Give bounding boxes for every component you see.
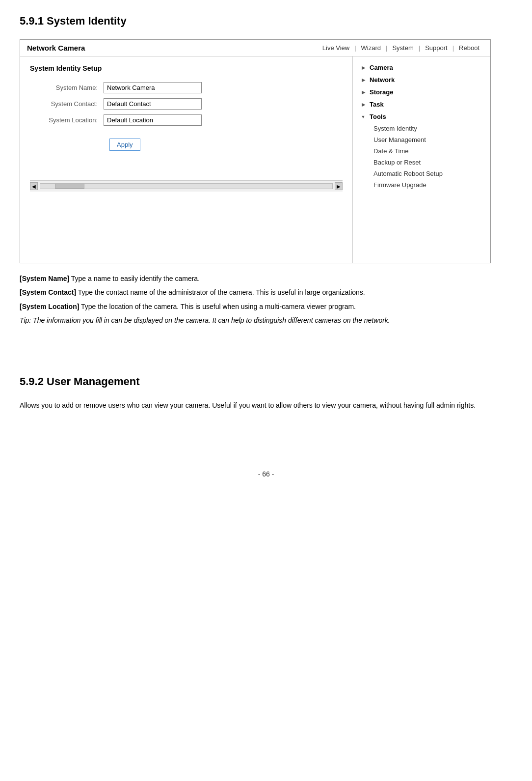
menu-item-tools[interactable]: Tools: [360, 111, 483, 123]
section2-description: Allows you to add or remove users who ca…: [20, 400, 512, 412]
nav-system[interactable]: System: [388, 44, 417, 52]
submenu-date-time[interactable]: Date & Time: [370, 145, 483, 157]
scroll-left-arrow[interactable]: ◀: [30, 182, 38, 190]
input-system-contact[interactable]: [104, 98, 202, 110]
menu-item-camera[interactable]: Camera: [360, 61, 483, 74]
label-system-location: System Location:: [30, 116, 104, 124]
section2: 5.9.2 User Management Allows you to add …: [20, 375, 512, 412]
section1-title: 5.9.1 System Identity: [20, 15, 512, 28]
ui-left-panel: System Identity Setup System Name: Syste…: [20, 56, 353, 263]
form-row-name: System Name:: [30, 82, 343, 93]
menu-item-storage[interactable]: Storage: [360, 86, 483, 98]
submenu-user-management[interactable]: User Management: [370, 134, 483, 145]
submenu-backup-reset[interactable]: Backup or Reset: [370, 157, 483, 168]
ui-right-panel: Camera Network Storage Task Tools: [353, 56, 490, 263]
tools-submenu: System Identity User Management Date & T…: [360, 123, 483, 191]
desc-system-location: [System Location] Type the location of t…: [20, 301, 512, 312]
desc-tip: Tip: The information you fill in can be …: [20, 315, 512, 326]
label-system-name: System Name:: [30, 84, 104, 91]
menu-label-storage: Storage: [370, 88, 393, 96]
nav-liveview[interactable]: Live View: [319, 44, 353, 52]
scroll-right-arrow[interactable]: ▶: [335, 182, 343, 190]
desc-system-contact: [System Contact] Type the contact name o…: [20, 287, 512, 298]
label-system-contact: System Contact:: [30, 100, 104, 108]
menu-item-network[interactable]: Network: [360, 74, 483, 86]
scrollbar-track[interactable]: [40, 183, 333, 189]
ui-nav: Live View | Wizard | System | Support | …: [319, 44, 483, 52]
submenu-firmware-upgrade[interactable]: Firmware Upgrade: [370, 179, 483, 191]
arrow-camera-icon: [360, 64, 367, 71]
form-heading: System Identity Setup: [30, 64, 343, 72]
form-row-location: System Location:: [30, 114, 343, 126]
page-number: - 66 -: [20, 470, 512, 478]
scrollbar-area: ◀ ▶: [30, 180, 343, 192]
menu-label-camera: Camera: [370, 64, 393, 71]
input-system-location[interactable]: [104, 114, 202, 126]
nav-support[interactable]: Support: [421, 44, 452, 52]
menu-label-tools: Tools: [370, 113, 386, 120]
arrow-storage-icon: [360, 89, 367, 96]
desc-system-name: [System Name] Type a name to easily iden…: [20, 273, 512, 284]
nav-wizard[interactable]: Wizard: [357, 44, 385, 52]
input-system-name[interactable]: [104, 82, 202, 93]
submenu-system-identity[interactable]: System Identity: [370, 123, 483, 134]
section2-title: 5.9.2 User Management: [20, 375, 512, 388]
arrow-network-icon: [360, 77, 367, 84]
ui-topbar: Network Camera Live View | Wizard | Syst…: [20, 40, 490, 56]
ui-brand: Network Camera: [27, 44, 85, 52]
nav-reboot[interactable]: Reboot: [455, 44, 483, 52]
menu-label-task: Task: [370, 101, 384, 108]
arrow-task-icon: [360, 101, 367, 108]
form-row-contact: System Contact:: [30, 98, 343, 110]
menu-label-network: Network: [370, 76, 395, 84]
apply-button[interactable]: Apply: [109, 139, 140, 151]
menu-item-task[interactable]: Task: [360, 98, 483, 111]
submenu-auto-reboot[interactable]: Automatic Reboot Setup: [370, 168, 483, 179]
ui-body: System Identity Setup System Name: Syste…: [20, 56, 490, 263]
arrow-tools-icon: [360, 113, 367, 120]
ui-screenshot: Network Camera Live View | Wizard | Syst…: [20, 39, 491, 263]
scrollbar-thumb[interactable]: [55, 184, 84, 189]
